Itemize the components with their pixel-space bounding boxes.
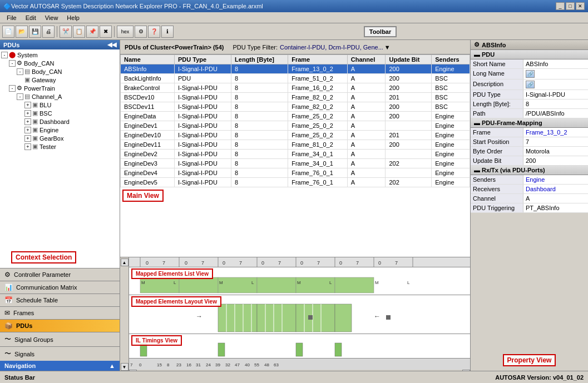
channel-value: A [523, 194, 588, 203]
tree-node-powertrain[interactable]: - ⚙ PowerTrain [1, 84, 118, 92]
prop-row-description: Description 🔗 [471, 79, 588, 90]
frame-value[interactable]: Frame_13_0_2 [523, 128, 588, 137]
nav-tab-frames[interactable]: ✉ Frames [0, 306, 120, 319]
filter-button[interactable]: ⚙ [135, 26, 147, 38]
long-name-icon[interactable]: 🔗 [526, 70, 535, 78]
tree-node-system[interactable]: - ⬤ System [1, 51, 118, 59]
tree-node-tester[interactable]: + ▣ Tester [1, 142, 118, 151]
table-row[interactable]: EngineDev5I-Signal-I-PDU8Frame_76_0_1A20… [121, 178, 470, 187]
hscroll-left[interactable]: ◄ [129, 370, 137, 371]
nav-tab-comm-matrix[interactable]: 📊 Communication Matrix [0, 281, 120, 294]
save-button[interactable]: 💾 [29, 26, 41, 38]
tree-node-body-can[interactable]: - ▤ Body_CAN [1, 67, 118, 76]
expand-engine[interactable]: + [24, 127, 31, 133]
description-value[interactable]: 🔗 [523, 79, 588, 89]
open-button[interactable]: 📂 [16, 26, 28, 38]
nav-tab-signal-groups[interactable]: 〜 Signal Groups [0, 332, 120, 346]
expand-system[interactable]: - [1, 52, 8, 58]
expand-tester[interactable]: + [24, 143, 31, 150]
tree-area[interactable]: - ⬤ System - ⚙ Body_CAN - ▤ Body_CAN ▣ G… [0, 49, 120, 268]
chart-scroll-down[interactable]: ▼ [121, 363, 129, 371]
expand-channel-a[interactable]: - [17, 93, 23, 100]
tree-node-gearbox[interactable]: + ▣ GearBox [1, 134, 118, 142]
cell-name: EngineData [121, 112, 175, 121]
description-icon[interactable]: 🔗 [526, 81, 535, 88]
table-row[interactable]: BackLightInfoPDU8Frame_51_0_2A200BSC [121, 74, 470, 83]
print-button[interactable]: 🖨 [42, 26, 55, 38]
prop-section-rxtx-header[interactable]: ▬ Rx/Tx (via PDU-Ports) [471, 166, 588, 175]
toolbar: 📄 📂 💾 🖨 ✂️ 📋 📌 ✖ hex ⚙ ❓ ℹ Toolbar [0, 23, 588, 40]
prop-section-pdu-header[interactable]: ▬ PDU [471, 50, 588, 59]
help-button[interactable]: ❓ [148, 26, 160, 38]
paste-button[interactable]: 📌 [86, 26, 98, 38]
cut-button[interactable]: ✂️ [60, 26, 72, 38]
cell-senders: Engine [432, 112, 470, 121]
table-row[interactable]: EngineDataI-Signal-I-PDU8Frame_25_0_2A20… [121, 112, 470, 121]
chart-hscroll[interactable]: ◄ ► [129, 370, 470, 371]
table-row[interactable]: EngineDev11I-Signal-I-PDU8Frame_81_0_2A2… [121, 140, 470, 150]
hex-toggle[interactable]: hex [117, 26, 134, 38]
table-row[interactable]: EngineDev4I-Signal-I-PDU8Frame_76_0_1AEn… [121, 168, 470, 178]
nav-tab-pdus[interactable]: 📦 PDUs [0, 319, 120, 332]
nav-tab-controller[interactable]: ⚙ Controller Parameter [0, 268, 120, 281]
cell-name: EngineDev2 [121, 150, 175, 159]
tree-node-bsc[interactable]: + ▣ BSC [1, 109, 118, 117]
tree-node-blu[interactable]: + ▣ BLU [1, 101, 118, 109]
col-channel: Channel [347, 55, 386, 64]
expand-dashboard[interactable]: + [24, 118, 31, 125]
menu-file[interactable]: File [2, 13, 21, 22]
table-row[interactable]: EngineDev1I-Signal-I-PDU8Frame_25_0_2AEn… [121, 121, 470, 131]
delete-button[interactable]: ✖ [100, 26, 112, 38]
senders-value[interactable]: Engine [523, 175, 588, 184]
menu-help[interactable]: Help [62, 13, 84, 22]
collapse-icon[interactable]: ◀◀ [107, 41, 116, 48]
signals-tab-icon: 〜 [4, 349, 11, 359]
cell-name: EngineDev4 [121, 168, 175, 178]
svg-text:L: L [251, 280, 254, 285]
tree-node-channel-a[interactable]: - ▤ Channel_A [1, 92, 118, 101]
expand-blu[interactable]: + [24, 102, 31, 108]
tree-label-bsc: BSC [39, 110, 52, 117]
maximize-button[interactable]: □ [566, 2, 575, 10]
expand-powertrain[interactable]: - [9, 85, 16, 92]
tree-node-gateway[interactable]: ▣ Gateway [1, 76, 118, 84]
nav-tab-schedule[interactable]: 📅 Schedule Table [0, 294, 120, 306]
expand-gearbox[interactable]: + [24, 135, 31, 142]
nav-tab-signals[interactable]: 〜 Signals [0, 346, 120, 361]
cell-channel: A [347, 168, 386, 178]
table-row[interactable]: EngineDev2I-Signal-I-PDU8Frame_34_0_1AEn… [121, 150, 470, 159]
comm-tab-icon: 📊 [4, 283, 13, 291]
receivers-value[interactable]: Dashboard [523, 185, 588, 193]
tree-node-body-can-group[interactable]: - ⚙ Body_CAN [1, 59, 118, 67]
minimize-button[interactable]: _ [556, 2, 565, 10]
title-bar: 🔷 Vector AUTOSAR System Description Netw… [0, 0, 588, 12]
expand-body-can[interactable]: - [17, 68, 23, 75]
tree-label-gearbox: GearBox [39, 135, 63, 142]
nav-footer[interactable]: Navigation ▲ [0, 361, 120, 371]
table-row[interactable]: EngineDev10I-Signal-I-PDU8Frame_25_0_2A2… [121, 131, 470, 140]
close-button[interactable]: ✕ [576, 2, 585, 10]
table-row[interactable]: EngineDev3I-Signal-I-PDU8Frame_34_0_1A20… [121, 159, 470, 168]
table-row[interactable]: ABSInfoI-Signal-I-PDU8Frame_13_0_2A200En… [121, 64, 470, 74]
hscroll-right[interactable]: ► [462, 370, 470, 371]
expand-bsc[interactable]: + [24, 110, 31, 117]
tree-node-engine[interactable]: + ▣ Engine [1, 126, 118, 134]
pdu-type-value: I-Signal-I-PDU [523, 90, 588, 99]
tree-node-dashboard[interactable]: + ▣ Dashboard [1, 117, 118, 126]
table-area[interactable]: Name PDU Type Length [Byte] Frame Channe… [120, 54, 470, 257]
cell-update_bit: 201 [386, 93, 432, 102]
cell-type: I-Signal-I-PDU [174, 93, 231, 102]
menu-view[interactable]: View [41, 13, 63, 22]
pdu-filter-dropdown[interactable]: ▼ [384, 44, 391, 51]
prop-section-frame-header[interactable]: ▬ PDU-Frame-Mapping [471, 118, 588, 128]
table-row[interactable]: BSCDev10I-Signal-I-PDU8Frame_82_0_2A201B… [121, 93, 470, 102]
expand-body-can-group[interactable]: - [9, 60, 16, 67]
chart-scroll-up[interactable]: ▲ [121, 258, 129, 266]
long-name-value[interactable]: 🔗 [523, 69, 588, 79]
table-row[interactable]: BrakeControlI-Signal-I-PDU8Frame_16_0_2A… [121, 83, 470, 93]
copy-button[interactable]: 📋 [73, 26, 85, 38]
table-row[interactable]: BSCDev11I-Signal-I-PDU8Frame_82_0_2A200B… [121, 102, 470, 112]
new-button[interactable]: 📄 [2, 26, 14, 38]
menu-edit[interactable]: Edit [21, 13, 41, 22]
info-button[interactable]: ℹ [161, 26, 174, 38]
